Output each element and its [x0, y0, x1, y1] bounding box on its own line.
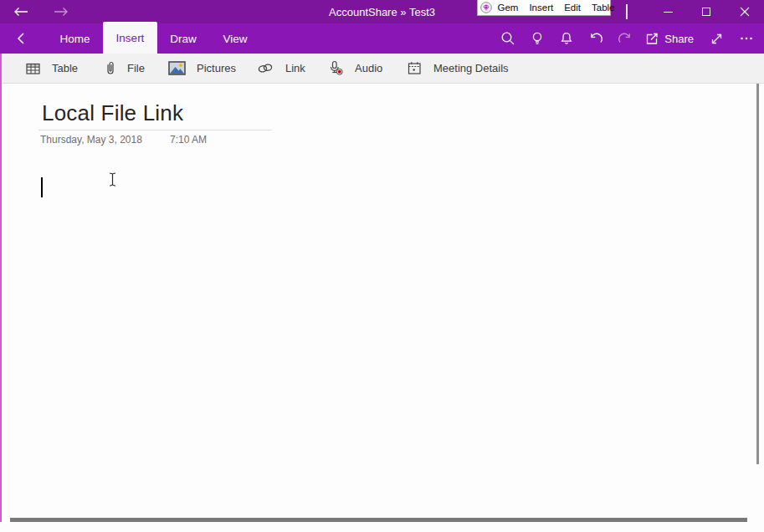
ibeam-cursor-icon: [107, 171, 118, 187]
undo-button[interactable]: [581, 23, 610, 54]
ribbon-pictures-button[interactable]: Pictures: [168, 54, 236, 83]
vertical-scrollbar[interactable]: [756, 84, 759, 464]
ribbon-table-button[interactable]: Table: [25, 54, 78, 83]
page-canvas[interactable]: Local File Link Thursday, May 3, 2018 7:…: [0, 84, 764, 532]
titlebar: AccountShare » Test3 Gem Insert Edit Tab…: [0, 0, 764, 23]
back-arrow-icon[interactable]: [12, 3, 30, 21]
gem-menu-item-edit[interactable]: Edit: [559, 1, 587, 15]
maximize-button[interactable]: [687, 0, 726, 23]
lightbulb-icon: [530, 31, 545, 46]
window-left-edge-accent: [0, 54, 2, 522]
expand-diagonal-icon: [710, 32, 724, 46]
redo-button[interactable]: [610, 23, 639, 54]
gem-addin-menubar: Gem Insert Edit Table: [477, 0, 611, 16]
app-window: AccountShare » Test3 Gem Insert Edit Tab…: [0, 0, 764, 532]
microphone-record-icon: [327, 60, 344, 76]
navbar: Home Insert Draw View Share: [0, 23, 764, 54]
tab-insert[interactable]: Insert: [103, 22, 157, 54]
notifications-button[interactable]: [551, 23, 581, 54]
gem-menu-item-insert[interactable]: Insert: [524, 1, 559, 15]
link-icon: [256, 62, 274, 74]
search-button[interactable]: [493, 23, 522, 54]
page-date: Thursday, May 3, 2018: [40, 134, 142, 146]
more-options-button[interactable]: [731, 23, 761, 54]
gem-menu-item-table[interactable]: Table: [587, 1, 621, 15]
nav-actions: Share: [493, 23, 761, 54]
maximize-icon: [702, 8, 710, 16]
close-icon: [740, 7, 750, 17]
titlebar-separator: [626, 4, 628, 19]
search-icon: [500, 31, 515, 46]
calendar-icon: [407, 60, 423, 76]
ideas-button[interactable]: [522, 23, 551, 54]
page-title-divider: [38, 130, 272, 130]
forward-arrow-icon[interactable]: [52, 3, 70, 21]
nav-back-chevron-icon[interactable]: [17, 31, 30, 46]
undo-icon: [588, 31, 603, 46]
gem-icon: [480, 2, 492, 13]
tab-draw[interactable]: Draw: [157, 23, 209, 54]
paperclip-icon: [105, 60, 116, 77]
ribbon-file-label: File: [127, 62, 145, 74]
gem-menu-item-gem[interactable]: Gem: [492, 1, 524, 15]
table-icon: [25, 61, 41, 76]
ribbon-meeting-details-button[interactable]: Meeting Details: [407, 54, 509, 83]
share-button[interactable]: Share: [639, 23, 702, 54]
ribbon-link-button[interactable]: Link: [256, 54, 305, 83]
ribbon-meeting-details-label: Meeting Details: [433, 62, 509, 74]
caption-buttons: [649, 0, 764, 23]
ribbon-pictures-label: Pictures: [197, 62, 236, 74]
ribbon-table-label: Table: [52, 62, 78, 74]
redo-icon: [618, 31, 633, 46]
text-caret: [41, 177, 43, 197]
ellipsis-icon: [739, 31, 754, 46]
ribbon-link-label: Link: [285, 62, 305, 74]
minimize-button[interactable]: [649, 0, 687, 23]
share-icon: [644, 31, 659, 46]
horizontal-scrollbar[interactable]: [10, 518, 747, 522]
tab-strip: Home Insert Draw View: [47, 23, 261, 54]
close-button[interactable]: [726, 0, 764, 23]
minimize-icon: [664, 12, 673, 13]
tab-view[interactable]: View: [209, 23, 261, 54]
fullscreen-button[interactable]: [702, 23, 731, 54]
ribbon: Table File Pictures Link Audio Meeting D…: [0, 54, 764, 84]
page-title[interactable]: Local File Link: [42, 100, 183, 126]
page-time: 7:10 AM: [170, 134, 207, 146]
bell-icon: [559, 31, 574, 46]
share-label: Share: [664, 33, 694, 45]
pictures-icon: [168, 61, 186, 75]
ribbon-audio-label: Audio: [355, 62, 382, 74]
ribbon-file-button[interactable]: File: [105, 54, 145, 83]
tab-home[interactable]: Home: [47, 23, 103, 54]
ribbon-audio-button[interactable]: Audio: [327, 54, 382, 83]
